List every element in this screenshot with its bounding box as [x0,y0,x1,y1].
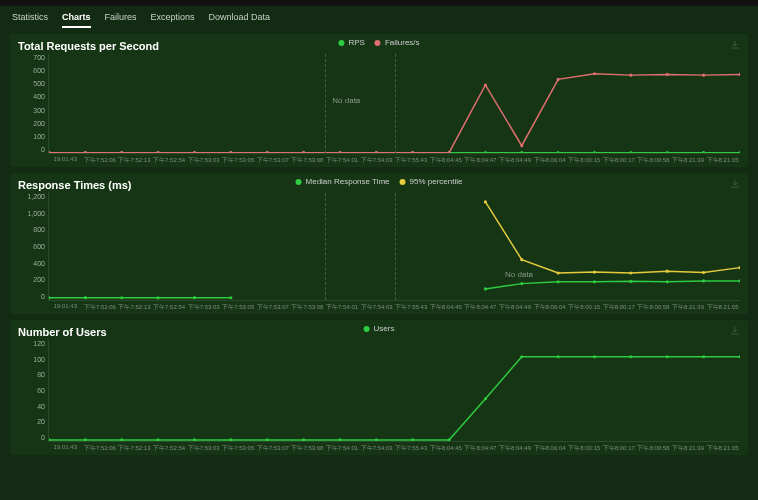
svg-point-27 [302,151,305,153]
svg-point-61 [738,266,740,269]
svg-point-78 [629,355,632,358]
svg-point-74 [484,397,487,400]
svg-point-47 [520,282,523,285]
svg-point-18 [702,151,705,153]
svg-point-25 [229,151,232,153]
svg-point-29 [375,151,378,153]
svg-point-52 [702,279,705,282]
svg-point-63 [84,438,87,440]
chart-rps: 0100200300400500600700 No data 19:01:43下… [18,54,740,165]
svg-point-42 [120,296,123,299]
svg-point-59 [666,270,669,273]
svg-point-21 [84,151,87,153]
svg-point-13 [520,151,523,153]
svg-point-67 [229,438,232,440]
svg-point-45 [229,296,232,299]
download-icon[interactable] [730,326,740,336]
svg-point-72 [411,438,414,440]
tab-download-data[interactable]: Download Data [209,12,271,28]
svg-point-60 [702,271,705,274]
svg-point-36 [629,74,632,77]
panel-rps-legend: RPS Failures/s [338,38,419,47]
svg-point-41 [84,296,87,299]
plot-area: No data [48,193,740,301]
svg-point-46 [484,287,487,290]
svg-point-40 [49,296,51,299]
svg-point-80 [702,355,705,358]
yaxis: 0100200300400500600700 [18,54,48,153]
region-divider [395,54,396,153]
chart-rt: 02004006008001,0001,200 No data 19:01:43… [18,193,740,312]
tab-statistics[interactable]: Statistics [12,12,48,28]
svg-point-35 [593,72,596,75]
plot-area: No data [48,54,740,154]
svg-point-49 [593,280,596,283]
panel-rt-legend: Median Response Time 95% percentile [296,177,463,186]
svg-point-71 [375,438,378,440]
svg-point-65 [157,438,160,440]
region-divider [325,193,326,300]
svg-point-77 [593,355,596,358]
svg-point-15 [593,151,596,153]
svg-point-79 [666,355,669,358]
dot-icon [375,40,381,46]
tab-exceptions[interactable]: Exceptions [151,12,195,28]
region-divider [395,193,396,300]
plot-area [48,340,740,442]
svg-point-17 [666,151,669,153]
tab-charts[interactable]: Charts [62,12,91,28]
svg-point-12 [484,151,487,153]
panel-users: Number of Users Users 020406080100120 19… [10,320,748,455]
chart-users: 020406080100120 19:01:43下午7:52:06下午7:52:… [18,340,740,453]
svg-point-69 [302,438,305,440]
svg-point-16 [629,151,632,153]
svg-point-24 [193,151,196,153]
svg-point-50 [629,280,632,283]
svg-point-75 [520,355,523,358]
legend-p95[interactable]: 95% percentile [400,177,463,186]
legend-median[interactable]: Median Response Time [296,177,390,186]
svg-point-57 [593,270,596,273]
yaxis: 020406080100120 [18,340,48,441]
download-icon[interactable] [730,179,740,189]
dot-icon [338,40,344,46]
region-divider [325,54,326,153]
svg-point-37 [666,73,669,76]
svg-point-64 [120,438,123,440]
svg-point-23 [157,151,160,153]
svg-point-76 [557,355,560,358]
svg-point-53 [738,279,740,282]
panel-users-legend: Users [364,324,395,333]
download-icon[interactable] [730,40,740,50]
nav-tabs: Statistics Charts Failures Exceptions Do… [0,6,758,30]
xaxis: 19:01:43下午7:52:06下午7:52:13下午7:52:54下午7:5… [48,154,740,165]
legend-failures[interactable]: Failures/s [375,38,420,47]
svg-point-39 [738,73,740,76]
svg-point-34 [557,78,560,81]
legend-users[interactable]: Users [364,324,395,333]
svg-point-22 [120,151,123,153]
chart-panels: Total Requests per Second RPS Failures/s… [0,30,758,459]
svg-point-44 [193,296,196,299]
legend-rps[interactable]: RPS [338,38,364,47]
svg-point-28 [338,151,341,153]
svg-point-58 [629,271,632,274]
svg-point-68 [266,438,269,440]
tab-failures[interactable]: Failures [105,12,137,28]
svg-point-43 [157,296,160,299]
xaxis: 19:01:43下午7:52:06下午7:52:13下午7:52:54下午7:5… [48,301,740,312]
svg-point-26 [266,151,269,153]
svg-point-66 [193,438,196,440]
panel-rps: Total Requests per Second RPS Failures/s… [10,34,748,167]
dot-icon [364,326,370,332]
xaxis: 19:01:43下午7:52:06下午7:52:13下午7:52:54下午7:5… [48,442,740,453]
dot-icon [296,179,302,185]
svg-point-48 [557,280,560,283]
svg-point-62 [49,438,51,440]
svg-point-55 [520,258,523,261]
svg-point-38 [702,74,705,77]
no-data-label: No data [505,270,533,279]
svg-point-19 [738,151,740,153]
svg-point-51 [666,280,669,283]
svg-point-81 [738,355,740,358]
